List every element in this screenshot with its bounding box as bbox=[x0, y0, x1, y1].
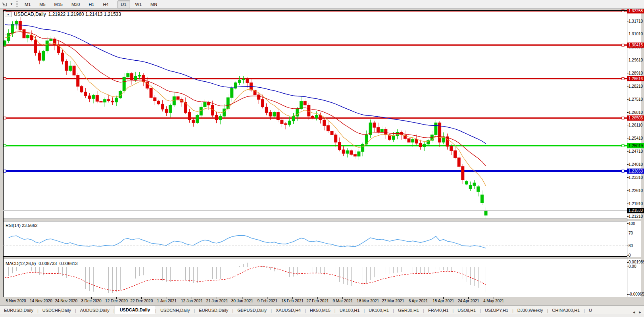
tab-AUDUSD-Daily[interactable]: AUDUSD,Daily bbox=[76, 307, 113, 314]
chart-title: ▼ USDCAD,Daily 1.21922 1.21960 1.21413 1… bbox=[5, 12, 121, 17]
svg-text:1.31010: 1.31010 bbox=[629, 32, 643, 36]
svg-text:14 Nov 2020: 14 Nov 2020 bbox=[30, 299, 52, 303]
mt4-window: ▼ M1M5M15M30H1H4D1W1MN 1.317101.310101.3… bbox=[0, 0, 644, 317]
timeframe-button-M15[interactable]: M15 bbox=[51, 0, 66, 8]
svg-text:100: 100 bbox=[629, 221, 635, 226]
tab-UK100-H1[interactable]: UK100,H1 bbox=[336, 307, 364, 314]
svg-text:0.00: 0.00 bbox=[629, 264, 636, 269]
timeframe-button-W1[interactable]: W1 bbox=[132, 0, 146, 8]
tab-scroll-right-icon[interactable]: ► bbox=[638, 310, 642, 314]
svg-text:1.24710: 1.24710 bbox=[629, 149, 643, 154]
svg-text:4 May 2021: 4 May 2021 bbox=[483, 299, 504, 303]
svg-text:24 Nov 2020: 24 Nov 2020 bbox=[55, 299, 77, 303]
rsi-indicator-label: RSI(14) 23.5662 bbox=[6, 223, 38, 228]
chart-title-ohlc: 1.21922 1.21960 1.21413 1.21533 bbox=[48, 12, 121, 17]
svg-text:1.29610: 1.29610 bbox=[629, 58, 643, 62]
svg-text:0: 0 bbox=[629, 253, 631, 257]
svg-text:15 Apr 2021: 15 Apr 2021 bbox=[433, 299, 454, 303]
tab-UK100-H1[interactable]: UK100,H1 bbox=[365, 307, 393, 314]
svg-text:27 Mar 2021: 27 Mar 2021 bbox=[382, 299, 404, 303]
toolbar-grip[interactable] bbox=[16, 1, 18, 8]
svg-text:1.27510: 1.27510 bbox=[629, 97, 643, 102]
symbol-dropdown-icon[interactable]: ▼ bbox=[5, 12, 12, 17]
tab-GER30-H1[interactable]: GER30,H1 bbox=[394, 307, 423, 314]
timeframe-button-M1[interactable]: M1 bbox=[21, 0, 34, 8]
svg-text:9 Feb 2021: 9 Feb 2021 bbox=[257, 299, 277, 303]
timeframe-button-H4[interactable]: H4 bbox=[99, 0, 112, 8]
svg-text:1.21533: 1.21533 bbox=[629, 208, 643, 213]
timeframe-button-MN[interactable]: MN bbox=[147, 0, 161, 8]
tab-U[interactable]: U bbox=[585, 307, 596, 314]
svg-text:30: 30 bbox=[629, 244, 633, 248]
tab-USDJPY-H1[interactable]: USDJPY,H1 bbox=[481, 307, 512, 314]
tab-CHINA300-H1[interactable]: CHINA300,H1 bbox=[548, 307, 584, 314]
svg-text:1.25019: 1.25019 bbox=[629, 144, 643, 148]
tab-EURUSD-Daily[interactable]: EURUSD,Daily bbox=[0, 307, 37, 314]
svg-text:24 Apr 2021: 24 Apr 2021 bbox=[458, 299, 479, 303]
svg-text:1.32258: 1.32258 bbox=[629, 9, 643, 13]
svg-text:18 Mar 2021: 18 Mar 2021 bbox=[357, 299, 379, 303]
timeframe-button-H1[interactable]: H1 bbox=[85, 0, 98, 8]
svg-text:12 Jan 2021: 12 Jan 2021 bbox=[181, 299, 203, 303]
svg-text:18 Feb 2021: 18 Feb 2021 bbox=[281, 299, 304, 303]
svg-text:22 Dec 2020: 22 Dec 2020 bbox=[130, 299, 153, 303]
svg-text:1 Jan 2021: 1 Jan 2021 bbox=[157, 299, 177, 303]
svg-text:1.30415: 1.30415 bbox=[629, 43, 643, 47]
svg-text:27 Feb 2021: 27 Feb 2021 bbox=[306, 299, 329, 303]
svg-text:1.28210: 1.28210 bbox=[629, 84, 643, 88]
tab-XAUUSD-H4[interactable]: XAUUSD,H4 bbox=[272, 307, 305, 314]
svg-text:1.23653: 1.23653 bbox=[629, 169, 643, 173]
svg-text:1.26810: 1.26810 bbox=[629, 110, 643, 115]
svg-text:1.28616: 1.28616 bbox=[629, 77, 643, 81]
svg-text:3 Dec 2020: 3 Dec 2020 bbox=[81, 299, 102, 303]
svg-text:70: 70 bbox=[629, 231, 633, 235]
svg-text:1.26110: 1.26110 bbox=[629, 123, 643, 127]
svg-text:1.22610: 1.22610 bbox=[629, 188, 643, 193]
tab-USDCHF-Daily[interactable]: USDCHF,Daily bbox=[38, 307, 75, 314]
svg-text:0.001989: 0.001989 bbox=[629, 260, 644, 264]
tab-USOil-H1[interactable]: USOil,H1 bbox=[454, 307, 480, 314]
tab-HK50-M15[interactable]: HK50,M15 bbox=[306, 307, 334, 314]
chart-canvas[interactable]: 1.317101.310101.303101.296101.289101.282… bbox=[0, 9, 644, 305]
tab-scroll-left-icon[interactable]: ◄ bbox=[632, 310, 636, 314]
chart-title-symbol: USDCAD,Daily bbox=[14, 12, 46, 17]
svg-text:6 Apr 2021: 6 Apr 2021 bbox=[409, 299, 428, 303]
svg-text:1.21910: 1.21910 bbox=[629, 202, 643, 206]
chart-mode-icon[interactable] bbox=[1, 1, 9, 8]
svg-text:30 Jan 2021: 30 Jan 2021 bbox=[231, 299, 253, 303]
svg-text:21 Jan 2021: 21 Jan 2021 bbox=[206, 299, 228, 303]
tab-DJ30-Weekly[interactable]: DJ30,Weekly bbox=[513, 307, 547, 314]
macd-indicator-label: MACD(12,26,9) -0.008733 -0.006613 bbox=[6, 261, 78, 266]
timeframe-button-M30[interactable]: M30 bbox=[68, 0, 83, 8]
timeframe-button-D1[interactable]: D1 bbox=[117, 0, 130, 8]
tab-USDCNH-Daily[interactable]: USDCNH,Daily bbox=[156, 307, 194, 314]
tab-EURUSD-Daily[interactable]: EURUSD,Daily bbox=[195, 307, 232, 314]
svg-text:1.26503: 1.26503 bbox=[629, 116, 643, 120]
svg-text:1.24010: 1.24010 bbox=[629, 162, 643, 167]
timeframe-button-M5[interactable]: M5 bbox=[36, 0, 49, 8]
svg-text:1.21210: 1.21210 bbox=[629, 214, 643, 219]
tab-scroll-arrows: ◄► bbox=[632, 310, 644, 314]
tab-USDCAD-Daily[interactable]: USDCAD,Daily bbox=[115, 306, 155, 314]
svg-text:-0.009659: -0.009659 bbox=[629, 292, 644, 296]
svg-text:5 Nov 2020: 5 Nov 2020 bbox=[6, 299, 26, 303]
chart-tabbar: EURUSD,Daily|USDCHF,Daily|AUDUSD,Daily|U… bbox=[0, 305, 644, 314]
tab-GBPUSD-Daily[interactable]: GBPUSD,Daily bbox=[233, 307, 271, 314]
bottom-strip bbox=[0, 314, 644, 317]
svg-text:1.31710: 1.31710 bbox=[629, 19, 643, 23]
svg-text:1.28910: 1.28910 bbox=[629, 71, 643, 75]
toolbar-divider bbox=[115, 1, 115, 8]
svg-text:9 Mar 2021: 9 Mar 2021 bbox=[333, 299, 353, 303]
svg-text:1.23310: 1.23310 bbox=[629, 175, 643, 180]
chart-mode-dropdown-icon[interactable]: ▼ bbox=[9, 1, 14, 8]
svg-text:1.25410: 1.25410 bbox=[629, 136, 643, 140]
timeframe-toolbar: ▼ M1M5M15M30H1H4D1W1MN bbox=[0, 0, 644, 9]
svg-text:12 Dec 2020: 12 Dec 2020 bbox=[105, 299, 128, 303]
tab-FRA40-H1[interactable]: FRA40,H1 bbox=[424, 307, 452, 314]
